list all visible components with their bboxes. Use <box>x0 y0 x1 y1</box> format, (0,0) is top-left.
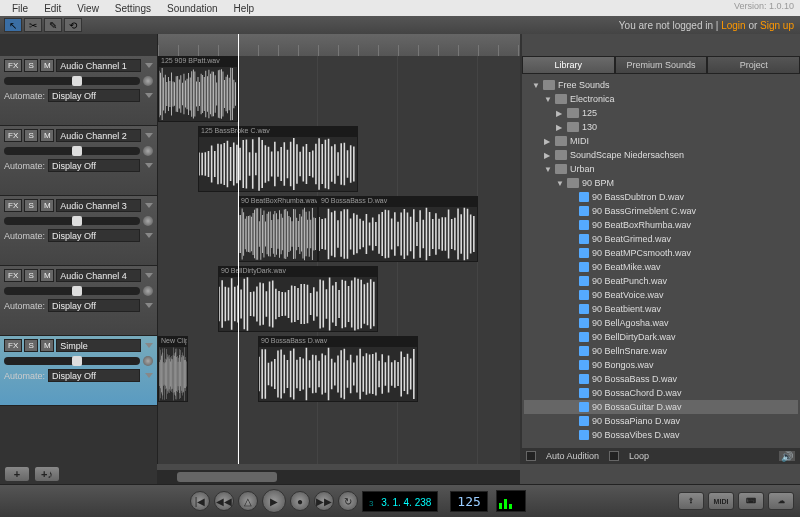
playhead[interactable] <box>238 34 239 464</box>
tree-file[interactable]: 90 BossaPiano D.wav <box>524 414 798 428</box>
tab-project[interactable]: Project <box>707 56 800 74</box>
automate-select[interactable]: Display Off <box>48 229 140 242</box>
fx-button[interactable]: FX <box>4 129 22 142</box>
track-menu-icon[interactable] <box>145 273 153 278</box>
tree-file[interactable]: 90 BellAgosha.wav <box>524 316 798 330</box>
automate-dropdown-icon[interactable] <box>145 93 153 98</box>
pointer-tool[interactable]: ↖ <box>4 18 22 32</box>
tree-file[interactable]: 90 BeatVoice.wav <box>524 288 798 302</box>
mute-button[interactable]: M <box>40 129 54 142</box>
horizontal-scrollbar[interactable] <box>157 470 520 484</box>
tree-file[interactable]: 90 BeatPunch.wav <box>524 274 798 288</box>
mute-button[interactable]: M <box>40 339 54 352</box>
chevron-down-icon[interactable]: ▼ <box>556 179 564 188</box>
fx-button[interactable]: FX <box>4 339 22 352</box>
audio-clip[interactable]: 125 909 BPatt.wav <box>158 56 238 122</box>
pan-knob[interactable] <box>143 216 153 226</box>
chevron-down-icon[interactable]: ▼ <box>544 95 552 104</box>
solo-button[interactable]: S <box>24 129 38 142</box>
volume-slider[interactable] <box>4 147 140 155</box>
midi-button[interactable]: MIDI <box>708 492 734 510</box>
menu-file[interactable]: File <box>4 3 36 14</box>
tab-premium-sounds[interactable]: Premium Sounds <box>615 56 708 74</box>
automate-select[interactable]: Display Off <box>48 299 140 312</box>
tree-folder[interactable]: ▼Free Sounds <box>524 78 798 92</box>
audio-clip[interactable]: 90 BellDirtyDark.wav <box>218 266 378 332</box>
chevron-down-icon[interactable]: ▼ <box>532 81 540 90</box>
track-header[interactable]: FXSMAudio Channel 3Automate:Display Off <box>0 196 157 266</box>
cut-tool[interactable]: ✂ <box>24 18 42 32</box>
tree-file[interactable]: 90 BeatMike.wav <box>524 260 798 274</box>
tree-folder[interactable]: ▶125 <box>524 106 798 120</box>
arrange-area[interactable]: 125 909 BPatt.wav125 BassBroke C.wav90 B… <box>157 34 520 464</box>
tree-folder[interactable]: ▼Electronica <box>524 92 798 106</box>
position-display[interactable]: 3 3. 1. 4. 238 <box>362 491 438 512</box>
record-button[interactable]: ● <box>290 491 310 511</box>
chevron-down-icon[interactable]: ▼ <box>544 165 552 174</box>
track-header[interactable]: FXSMAudio Channel 4Automate:Display Off <box>0 266 157 336</box>
loop-checkbox[interactable] <box>609 451 619 461</box>
automate-select[interactable]: Display Off <box>48 89 140 102</box>
menu-settings[interactable]: Settings <box>107 3 159 14</box>
tree-file[interactable]: 90 BeatGrimed.wav <box>524 232 798 246</box>
metronome-button[interactable]: △ <box>238 491 258 511</box>
mute-button[interactable]: M <box>40 59 54 72</box>
tree-file[interactable]: 90 BossaGuitar D.wav <box>524 400 798 414</box>
mute-button[interactable]: M <box>40 199 54 212</box>
audio-clip[interactable]: New Clip <box>158 336 188 402</box>
solo-button[interactable]: S <box>24 59 38 72</box>
preview-speaker-icon[interactable]: 🔊 <box>778 450 796 462</box>
add-track-button[interactable]: + <box>4 466 30 482</box>
track-header[interactable]: FXSMAudio Channel 1Automate:Display Off <box>0 56 157 126</box>
tree-folder[interactable]: ▶SoundScape Niedersachsen <box>524 148 798 162</box>
library-tree[interactable]: ▼Free Sounds▼Electronica▶125▶130▶MIDI▶So… <box>522 74 800 448</box>
signup-link[interactable]: Sign up <box>760 20 794 31</box>
track-name[interactable]: Audio Channel 1 <box>56 59 141 72</box>
chevron-right-icon[interactable]: ▶ <box>556 109 564 118</box>
menu-edit[interactable]: Edit <box>36 3 69 14</box>
automate-select[interactable]: Display Off <box>48 369 140 382</box>
forward-button[interactable]: ▶▶ <box>314 491 334 511</box>
tree-file[interactable]: 90 BossaChord D.wav <box>524 386 798 400</box>
tree-file[interactable]: 90 BellDirtyDark.wav <box>524 330 798 344</box>
tempo-display[interactable]: 125 <box>450 491 487 512</box>
login-link[interactable]: Login <box>721 20 745 31</box>
volume-slider[interactable] <box>4 77 140 85</box>
auto-audition-checkbox[interactable] <box>526 451 536 461</box>
audio-clip[interactable]: 90 BossaBass D.wav <box>258 336 418 402</box>
fx-button[interactable]: FX <box>4 199 22 212</box>
tree-folder[interactable]: ▼90 BPM <box>524 176 798 190</box>
tree-file[interactable]: 90 Beatbient.wav <box>524 302 798 316</box>
track-header[interactable]: FXSMSimpleAutomate:Display Off <box>0 336 157 406</box>
pan-knob[interactable] <box>143 356 153 366</box>
automate-dropdown-icon[interactable] <box>145 233 153 238</box>
export-button[interactable]: ⇪ <box>678 492 704 510</box>
tree-file[interactable]: 90 BassDubtron D.wav <box>524 190 798 204</box>
loop-tool[interactable]: ⟲ <box>64 18 82 32</box>
tree-folder[interactable]: ▶130 <box>524 120 798 134</box>
chevron-right-icon[interactable]: ▶ <box>544 151 552 160</box>
tree-file[interactable]: 90 BossaBass D.wav <box>524 372 798 386</box>
chevron-right-icon[interactable]: ▶ <box>556 123 564 132</box>
loop-button[interactable]: ↻ <box>338 491 358 511</box>
automate-dropdown-icon[interactable] <box>145 303 153 308</box>
pan-knob[interactable] <box>143 146 153 156</box>
pencil-tool[interactable]: ✎ <box>44 18 62 32</box>
tree-folder[interactable]: ▼Urban <box>524 162 798 176</box>
menu-help[interactable]: Help <box>226 3 263 14</box>
keyboard-button[interactable]: ⌨ <box>738 492 764 510</box>
menu-view[interactable]: View <box>69 3 107 14</box>
track-menu-icon[interactable] <box>145 343 153 348</box>
menu-soundation[interactable]: Soundation <box>159 3 226 14</box>
chevron-right-icon[interactable]: ▶ <box>544 137 552 146</box>
audio-clip[interactable]: 90 BossaBass D.wav <box>318 196 478 262</box>
pan-knob[interactable] <box>143 76 153 86</box>
track-name[interactable]: Audio Channel 2 <box>56 129 141 142</box>
tree-file[interactable]: 90 BossaVibes D.wav <box>524 428 798 442</box>
pan-knob[interactable] <box>143 286 153 296</box>
timeline-ruler[interactable] <box>158 34 520 56</box>
add-instrument-button[interactable]: +♪ <box>34 466 60 482</box>
fx-button[interactable]: FX <box>4 269 22 282</box>
volume-slider[interactable] <box>4 217 140 225</box>
volume-slider[interactable] <box>4 287 140 295</box>
